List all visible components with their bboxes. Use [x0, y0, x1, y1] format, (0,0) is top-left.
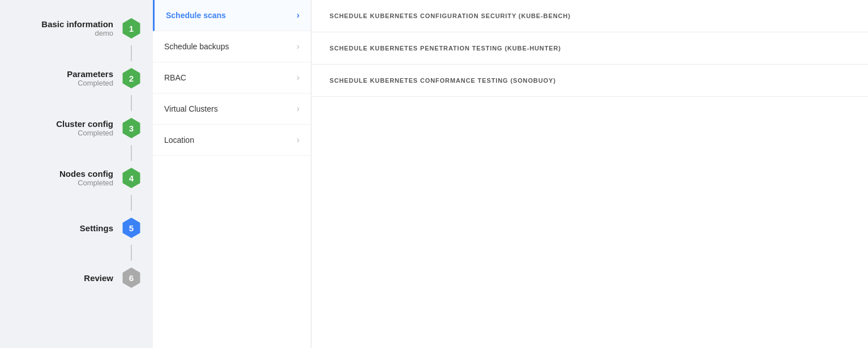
- nav-item-label: Schedule scans: [166, 11, 226, 20]
- step-badge-5: 5: [121, 218, 142, 238]
- step-text-6: Review: [6, 273, 113, 283]
- step-item-2[interactable]: ParametersCompleted2: [0, 61, 153, 95]
- step-item-6[interactable]: Review6: [0, 261, 153, 295]
- nav-item-location[interactable]: Location›: [153, 125, 311, 156]
- nav-item-label: RBAC: [164, 73, 186, 82]
- nav-item-label: Location: [164, 135, 194, 145]
- connector-line: [0, 45, 153, 61]
- step-subtitle-3: Completed: [6, 129, 113, 137]
- step-title-6: Review: [6, 273, 113, 283]
- step-subtitle-4: Completed: [6, 179, 113, 187]
- step-text-2: ParametersCompleted: [6, 69, 113, 87]
- step-text-5: Settings: [6, 223, 113, 233]
- chevron-right-icon: ›: [297, 135, 300, 145]
- step-title-1: Basic information: [6, 19, 113, 29]
- step-badge-6: 6: [121, 268, 142, 288]
- step-badge-2: 2: [121, 68, 142, 88]
- step-title-2: Parameters: [6, 69, 113, 79]
- step-item-5[interactable]: Settings5: [0, 211, 153, 245]
- steps-wrapper: Basic informationdemo1ParametersComplete…: [0, 11, 153, 295]
- step-title-3: Cluster config: [6, 119, 113, 129]
- chevron-right-icon: ›: [297, 10, 300, 20]
- content-panel: SCHEDULE KUBERNETES CONFIGURATION SECURI…: [311, 0, 868, 348]
- connector-line: [0, 145, 153, 161]
- nav-item-label: Schedule backups: [164, 42, 229, 51]
- connector-line: [0, 95, 153, 111]
- step-item-4[interactable]: Nodes configCompleted4: [0, 161, 153, 195]
- step-subtitle-2: Completed: [6, 79, 113, 87]
- nav-panel: Schedule scans›Schedule backups›RBAC›Vir…: [153, 0, 311, 348]
- step-title-5: Settings: [6, 223, 113, 233]
- step-item-1[interactable]: Basic informationdemo1: [0, 11, 153, 45]
- chevron-right-icon: ›: [297, 41, 300, 52]
- nav-item-schedule-scans[interactable]: Schedule scans›: [153, 0, 311, 31]
- nav-item-schedule-backups[interactable]: Schedule backups›: [153, 31, 311, 62]
- steps-sidebar: Basic informationdemo1ParametersComplete…: [0, 0, 153, 348]
- step-badge-1: 1: [121, 18, 142, 39]
- nav-item-rbac[interactable]: RBAC›: [153, 62, 311, 94]
- step-item-3[interactable]: Cluster configCompleted3: [0, 111, 153, 145]
- step-text-4: Nodes configCompleted: [6, 169, 113, 187]
- content-item[interactable]: SCHEDULE KUBERNETES PENETRATION TESTING …: [311, 32, 868, 65]
- nav-item-virtual-clusters[interactable]: Virtual Clusters›: [153, 94, 311, 125]
- content-item[interactable]: SCHEDULE KUBERNETES CONFORMANCE TESTING …: [311, 65, 868, 97]
- content-item[interactable]: SCHEDULE KUBERNETES CONFIGURATION SECURI…: [311, 0, 868, 32]
- nav-item-label: Virtual Clusters: [164, 104, 218, 113]
- connector-line: [0, 195, 153, 211]
- step-text-3: Cluster configCompleted: [6, 119, 113, 137]
- step-badge-4: 4: [121, 168, 142, 188]
- connector-line: [0, 245, 153, 261]
- step-text-1: Basic informationdemo: [6, 19, 113, 37]
- step-badge-3: 3: [121, 118, 142, 138]
- chevron-right-icon: ›: [297, 104, 300, 114]
- step-subtitle-1: demo: [6, 29, 113, 37]
- chevron-right-icon: ›: [297, 73, 300, 83]
- step-title-4: Nodes config: [6, 169, 113, 179]
